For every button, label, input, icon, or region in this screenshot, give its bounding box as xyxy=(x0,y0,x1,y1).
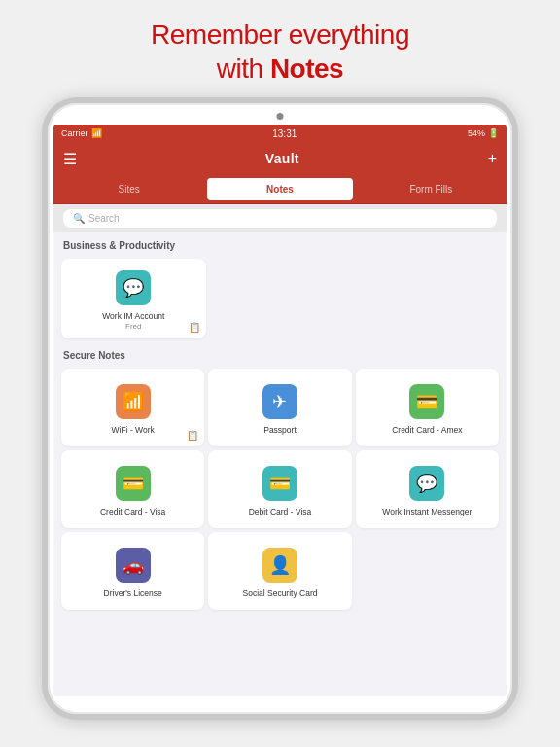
card-label-wifi: WiFi - Work xyxy=(112,425,155,435)
nav-title: Vault xyxy=(265,151,299,166)
content-area: Business & Productivity 💬 Work IM Accoun… xyxy=(53,232,507,696)
debit-icon: 💳 xyxy=(262,466,298,501)
card-credit-amex[interactable]: 💳 Credit Card - Amex xyxy=(356,369,499,446)
tab-bar: Sites Notes Form Fills xyxy=(53,175,507,204)
status-bar: Carrier 📶 13:31 54% 🔋 xyxy=(53,124,507,142)
amex-icon: 💳 xyxy=(409,384,444,419)
battery-icon: 🔋 xyxy=(488,128,499,138)
tab-notes[interactable]: Notes xyxy=(207,178,352,200)
card-label-amex: Credit Card - Amex xyxy=(392,425,462,435)
passport-icon: ✈ xyxy=(262,384,298,419)
nav-bar: ☰ Vault + xyxy=(53,142,507,175)
visa-icon: 💳 xyxy=(116,466,151,501)
ipad-device: Carrier 📶 13:31 54% 🔋 ☰ Vault + Sites No… xyxy=(42,97,518,720)
work-im-icon: 💬 xyxy=(116,270,151,305)
screen: Carrier 📶 13:31 54% 🔋 ☰ Vault + Sites No… xyxy=(53,124,507,696)
card-passport[interactable]: ✈ Passport xyxy=(208,369,351,446)
messenger-icon: 💬 xyxy=(409,466,444,501)
ssn-icon: 👤 xyxy=(262,548,298,583)
carrier-label: Carrier xyxy=(61,128,88,138)
card-work-messenger[interactable]: 💬 Work Instant Messenger xyxy=(356,450,499,528)
card-sub-work-im: Fred xyxy=(125,322,141,331)
card-social-security[interactable]: 👤 Social Security Card xyxy=(208,532,351,610)
card-label-visa: Credit Card - Visa xyxy=(100,507,165,516)
wifi-work-icon: 📶 xyxy=(116,384,151,419)
card-label-ssn: Social Security Card xyxy=(242,588,317,598)
add-button[interactable]: + xyxy=(488,150,497,167)
search-placeholder: Search xyxy=(88,213,120,224)
card-work-im-account[interactable]: 💬 Work IM Account Fred 📋 xyxy=(61,259,206,338)
note-indicator-wifi: 📋 xyxy=(187,430,198,441)
card-label-debit: Debit Card - Visa xyxy=(249,507,312,516)
secure-notes-grid: 📶 WiFi - Work 📋 ✈ Passport 💳 xyxy=(53,365,507,614)
card-label-work-im: Work IM Account xyxy=(102,311,164,321)
card-wifi-work[interactable]: 📶 WiFi - Work 📋 xyxy=(61,369,204,446)
license-icon: 🚗 xyxy=(116,548,151,583)
card-label-license: Driver's License xyxy=(104,588,162,598)
wifi-status-icon: 📶 xyxy=(91,128,102,138)
section-header-secure-notes: Secure Notes xyxy=(53,342,507,365)
promo-text: Remember everything with Notes xyxy=(112,0,448,97)
search-bar: 🔍 Search xyxy=(53,204,507,232)
menu-button[interactable]: ☰ xyxy=(63,150,77,168)
tab-sites[interactable]: Sites xyxy=(56,178,201,200)
time-display: 13:31 xyxy=(272,128,297,139)
business-section: 💬 Work IM Account Fred 📋 xyxy=(53,255,507,342)
section-header-business: Business & Productivity xyxy=(53,232,507,255)
card-label-messenger: Work Instant Messenger xyxy=(382,507,472,516)
card-drivers-license[interactable]: 🚗 Driver's License xyxy=(61,532,204,610)
battery-label: 54% xyxy=(468,128,485,138)
tab-form-fills[interactable]: Form Fills xyxy=(359,178,504,200)
search-field[interactable]: 🔍 Search xyxy=(63,209,497,228)
card-label-passport: Passport xyxy=(263,425,297,435)
search-icon: 🔍 xyxy=(73,213,85,224)
card-credit-visa[interactable]: 💳 Credit Card - Visa xyxy=(61,450,204,528)
card-debit-visa[interactable]: 💳 Debit Card - Visa xyxy=(208,450,351,528)
note-indicator-work-im: 📋 xyxy=(189,322,200,333)
